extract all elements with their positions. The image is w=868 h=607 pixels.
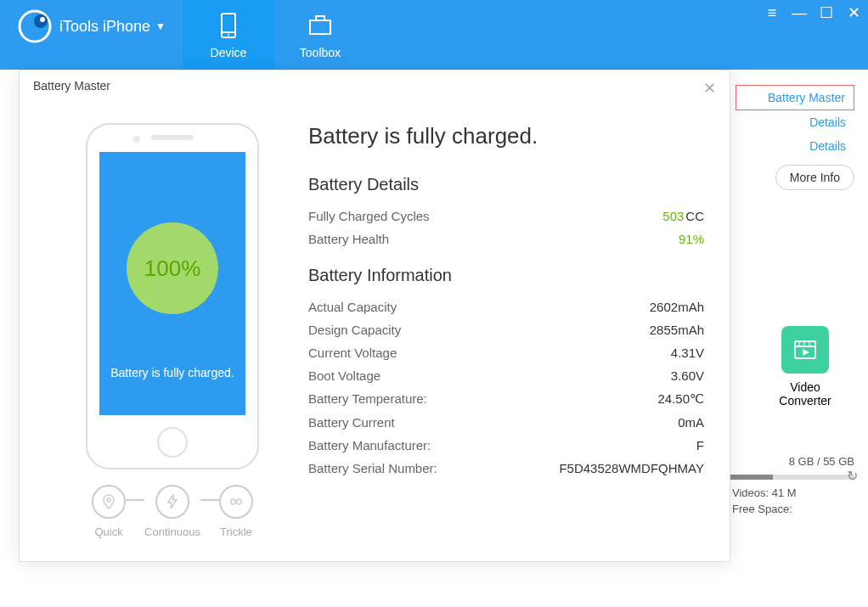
row-value: 4.31V [671, 346, 704, 360]
modal-close-icon[interactable]: ✕ [703, 79, 716, 98]
phone-camera-icon [133, 136, 140, 143]
row-value: 24.50℃ [657, 391, 704, 407]
row-label: Fully Charged Cycles [308, 209, 430, 223]
app-brand[interactable]: iTools iPhone ▼ [0, 0, 183, 70]
svg-marker-10 [803, 349, 809, 356]
tab-toolbox-label: Toolbox [274, 46, 366, 59]
modal-title: Battery Master [33, 79, 110, 98]
storage-info: 8 GB / 55 GB ↻ Videos: 41 M Free Space: [719, 455, 854, 515]
row-design-capacity: Design Capacity 2855mAh [308, 318, 704, 341]
row-label: Actual Capacity [308, 300, 397, 314]
row-value: 2855mAh [650, 323, 704, 337]
menu-icon[interactable]: ≡ [764, 5, 780, 20]
infinity-icon [219, 485, 253, 519]
row-label: Boot Voltage [308, 368, 380, 383]
close-icon[interactable]: ✕ [846, 5, 861, 20]
svg-rect-6 [310, 20, 330, 34]
mode-connector [200, 499, 219, 501]
row-value: F [696, 438, 704, 452]
storage-text: 8 GB / 55 GB [719, 455, 854, 468]
battery-percent-circle: 100% [127, 222, 218, 314]
toolbox-icon [305, 10, 335, 41]
maximize-icon[interactable]: ☐ [819, 5, 834, 20]
mode-continuous-label: Continuous [144, 526, 200, 538]
mode-quick-label: Quick [94, 526, 122, 538]
battery-master-modal: Battery Master ✕ 100% Battery is fully c… [19, 70, 730, 562]
details-link-2[interactable]: Details [736, 134, 854, 158]
row-value: F5D43528WMDFQHMAY [559, 461, 704, 475]
bolt-icon [155, 485, 189, 519]
nav-tabs: Device Toolbox [183, 0, 366, 70]
mode-trickle-label: Trickle [220, 526, 252, 538]
row-label: Battery Serial Number: [308, 461, 437, 475]
pin-icon [92, 485, 126, 519]
svg-rect-8 [795, 341, 815, 358]
row-value: 0mA [678, 415, 704, 430]
mode-trickle[interactable]: Trickle [219, 485, 253, 538]
info-column: Battery is fully charged. Battery Detail… [300, 123, 704, 538]
legend-free: Free Space: [719, 503, 854, 515]
row-value: 2602mAh [650, 300, 704, 314]
row-boot-voltage: Boot Voltage 3.60V [308, 364, 704, 387]
modal-body: 100% Battery is fully charged. Quick [20, 106, 730, 555]
svg-rect-7 [316, 16, 324, 20]
row-value: 91% [679, 232, 704, 246]
row-battery-health: Battery Health 91% [308, 228, 704, 250]
refresh-icon[interactable]: ↻ [847, 468, 858, 484]
svg-marker-15 [168, 495, 177, 509]
row-battery-temperature: Battery Temperature: 24.50℃ [308, 387, 704, 411]
charge-status-heading: Battery is fully charged. [308, 123, 704, 149]
phone-speaker-icon [151, 135, 194, 140]
row-value: 3.60V [671, 368, 704, 383]
svg-rect-3 [222, 14, 235, 37]
phone-column: 100% Battery is fully charged. Quick [45, 123, 300, 538]
minimize-icon[interactable]: — [792, 5, 807, 20]
video-converter-icon [781, 326, 829, 374]
more-info-button[interactable]: More Info [775, 165, 854, 190]
row-label: Current Voltage [308, 346, 397, 360]
titlebar: iTools iPhone ▼ Device Toolbox ≡ — ☐ ✕ [0, 0, 868, 70]
window-controls: ≡ — ☐ ✕ [764, 5, 861, 20]
tab-device-label: Device [183, 46, 274, 59]
battery-details-subhead: Battery Details [308, 175, 704, 194]
phone-status-text: Battery is fully charged. [110, 366, 234, 379]
row-label: Battery Manufacturer: [308, 438, 431, 452]
tab-device[interactable]: Device [183, 0, 274, 70]
tab-toolbox[interactable]: Toolbox [274, 0, 366, 70]
row-actual-capacity: Actual Capacity 2602mAh [308, 295, 704, 318]
row-label: Battery Temperature: [308, 391, 427, 407]
row-battery-current: Battery Current 0mA [308, 411, 704, 434]
video-converter-label: Video Converter [763, 380, 848, 407]
storage-bar: ↻ [719, 475, 854, 480]
app-dropdown-caret-icon[interactable]: ▼ [155, 20, 166, 32]
row-label: Battery Current [308, 415, 395, 430]
legend-videos-label: Videos: 41 M [732, 486, 797, 499]
battery-info-subhead: Battery Information [308, 266, 704, 285]
charge-modes: Quick Continuous Trickle [45, 485, 300, 538]
mode-quick[interactable]: Quick [92, 485, 126, 538]
video-converter-tile[interactable]: Video Converter [763, 326, 848, 407]
svg-point-5 [228, 34, 229, 36]
svg-point-2 [40, 17, 45, 22]
side-panel: Battery Master Details Details More Info [736, 85, 854, 190]
row-label: Battery Health [308, 232, 389, 246]
app-logo-icon [17, 8, 53, 44]
row-charged-cycles: Fully Charged Cycles 503CC [308, 205, 704, 228]
svg-point-0 [20, 11, 50, 42]
mode-continuous[interactable]: Continuous [144, 485, 200, 538]
row-battery-serial: Battery Serial Number: F5D43528WMDFQHMAY [308, 457, 704, 480]
mode-connector [126, 499, 144, 501]
legend-free-label: Free Space: [732, 503, 792, 515]
row-current-voltage: Current Voltage 4.31V [308, 341, 704, 364]
row-battery-manufacturer: Battery Manufacturer: F [308, 434, 704, 457]
phone-screen: 100% Battery is fully charged. [99, 152, 245, 415]
battery-master-link[interactable]: Battery Master [736, 85, 854, 110]
app-title: iTools iPhone [59, 18, 150, 36]
phone-home-button [157, 427, 188, 458]
modal-header: Battery Master ✕ [20, 70, 730, 106]
legend-videos: Videos: 41 M [719, 486, 854, 499]
row-label: Design Capacity [308, 323, 401, 337]
row-value: 503CC [662, 209, 704, 223]
battery-percent-value: 100% [144, 256, 201, 282]
details-link-1[interactable]: Details [736, 110, 854, 134]
